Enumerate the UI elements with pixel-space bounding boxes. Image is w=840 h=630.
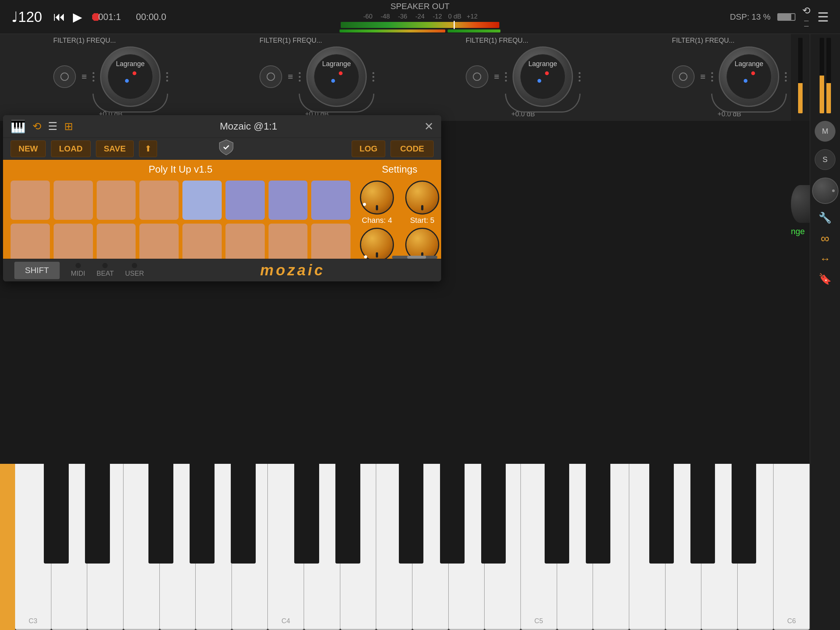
- black-key-as3[interactable]: [231, 464, 255, 564]
- loop-icon[interactable]: ⟲ ——: [802, 5, 810, 29]
- shift-button[interactable]: SHIFT: [14, 262, 60, 279]
- black-key-cs4[interactable]: [294, 464, 319, 564]
- play-button[interactable]: ▶: [73, 10, 82, 24]
- black-key-as5[interactable]: [732, 464, 756, 564]
- filter-dots-4: [711, 72, 713, 82]
- chans-label: Chans: 4: [362, 216, 392, 225]
- pad-1-7[interactable]: [268, 180, 308, 220]
- pad-2-3[interactable]: [97, 224, 136, 263]
- loop-mozaic-icon[interactable]: ⟲: [33, 120, 41, 133]
- black-key-fs5[interactable]: [649, 464, 674, 564]
- s-button[interactable]: S: [815, 149, 835, 170]
- mozaic-shield-logo: [219, 139, 234, 159]
- filter-controls-4: ≡ Lagrange: [672, 46, 787, 107]
- rewind-button[interactable]: ⏮: [53, 10, 65, 24]
- midi-dot: [76, 263, 81, 268]
- lagrange-dot-red-2: [339, 71, 343, 75]
- right-main-knob[interactable]: [812, 177, 838, 204]
- save-button[interactable]: SAVE: [96, 141, 134, 157]
- pad-1-8[interactable]: [311, 180, 351, 220]
- black-key-gs5[interactable]: [690, 464, 715, 564]
- pad-1-4[interactable]: [139, 180, 178, 220]
- dsp-label: DSP: 13 %: [730, 12, 771, 22]
- filter-dots-1: [93, 72, 95, 82]
- pad-2-7[interactable]: [268, 224, 308, 263]
- black-key-cs3[interactable]: [44, 464, 68, 564]
- filter-lines-icon-3: ≡: [494, 71, 499, 82]
- load-button[interactable]: LOAD: [51, 141, 90, 157]
- pad-1-6[interactable]: [226, 180, 265, 220]
- filter-dots-r-2: [373, 72, 374, 82]
- filter-controls-1: ≡ Lagrange: [53, 46, 168, 107]
- pad-1-1[interactable]: [11, 180, 50, 220]
- inch-knob[interactable]: [360, 228, 394, 262]
- infinity-icon[interactable]: ∞: [821, 232, 829, 245]
- lagrange-label-2: Lagrange: [322, 60, 351, 68]
- wrench-icon[interactable]: 🔧: [818, 212, 832, 224]
- black-key-cs5[interactable]: [545, 464, 569, 564]
- m-button[interactable]: M: [815, 121, 835, 142]
- filter-dots-2: [299, 72, 301, 82]
- piano-icon[interactable]: 🎹: [11, 119, 26, 134]
- new-button[interactable]: NEW: [11, 141, 46, 157]
- m-label: M: [822, 127, 828, 136]
- right-knob-dot: [832, 189, 835, 192]
- pad-1-2[interactable]: [54, 180, 93, 220]
- filter-arc-1: [93, 94, 168, 112]
- pad-2-2[interactable]: [54, 224, 93, 263]
- lagrange-label-4: Lagrange: [735, 60, 763, 68]
- list-icon[interactable]: ☰: [48, 120, 57, 133]
- mozaic-icon-bar: 🎹 ⟲ ☰ ⊞: [11, 119, 73, 134]
- piano-section: C3 C4 C5: [0, 464, 810, 630]
- chans-knob[interactable]: [360, 180, 394, 215]
- black-key-ds5[interactable]: [586, 464, 610, 564]
- meter-tick-4: -24: [411, 13, 429, 21]
- black-key-ds4[interactable]: [335, 464, 360, 564]
- start-knob[interactable]: [405, 180, 439, 215]
- code-button[interactable]: CODE: [390, 141, 434, 157]
- lagrange-dot-blue-2: [331, 79, 335, 83]
- black-key-fs3[interactable]: [148, 464, 173, 564]
- filter-unit-2: FILTER(1) FREQU... ≡ Lagrange: [259, 36, 374, 118]
- time-position: 00:00.0: [136, 12, 166, 22]
- filter-small-knob-1[interactable]: [53, 65, 76, 88]
- transport-controls: ⏮ ▶ ⏺: [53, 10, 102, 24]
- pad-1-3[interactable]: [97, 180, 136, 220]
- meter-tick-5: -12: [429, 13, 446, 21]
- pad-2-4[interactable]: [139, 224, 178, 263]
- beat-label: BEAT: [97, 270, 114, 278]
- midi-label: MIDI: [71, 270, 85, 278]
- right-sidebar: M S 🔧 ∞ ↔ 🔖: [810, 34, 840, 630]
- mozaic-close-button[interactable]: ✕: [424, 120, 434, 133]
- black-key-as4[interactable]: [481, 464, 506, 564]
- black-key-fs4[interactable]: [399, 464, 423, 564]
- chans-knob-wrap: Chans: 4: [360, 180, 394, 225]
- black-key-gs4[interactable]: [440, 464, 464, 564]
- arrow-icon[interactable]: ↔: [820, 253, 831, 265]
- black-key-gs3[interactable]: [189, 464, 214, 564]
- pad-grid-row1: [11, 180, 351, 220]
- mozaic-scrollbar-thumb: [407, 256, 426, 259]
- filter-small-knob-2[interactable]: [259, 65, 282, 88]
- black-key-ds3[interactable]: [85, 464, 109, 564]
- menu-icon[interactable]: ☰: [817, 9, 829, 25]
- log-button[interactable]: LOG: [352, 141, 385, 157]
- lagrange-dot-blue-4: [744, 79, 747, 83]
- grid-icon[interactable]: ⊞: [64, 120, 73, 133]
- white-key-c6[interactable]: C6: [774, 464, 810, 630]
- pad-2-6[interactable]: [226, 224, 265, 263]
- pad-2-8[interactable]: [311, 224, 351, 263]
- pad-2-5[interactable]: [182, 224, 222, 263]
- filter-controls-3: ≡ Lagrange: [466, 46, 581, 107]
- filter-small-knob-3[interactable]: [466, 65, 488, 88]
- bookmark-icon[interactable]: 🔖: [818, 273, 832, 285]
- mozaic-scrollbar[interactable]: [392, 256, 437, 259]
- patch-title: Poly It Up v1.5: [11, 164, 351, 175]
- filter-small-knob-4[interactable]: [672, 65, 695, 88]
- pad-1-5[interactable]: [182, 180, 222, 220]
- meter-tick-3: -36: [394, 13, 411, 21]
- piano-keys-container: C3 C4 C5: [15, 464, 810, 630]
- pad-2-1[interactable]: [11, 224, 50, 263]
- filter-lines-icon-2: ≡: [288, 71, 293, 82]
- export-button[interactable]: ⬆: [139, 141, 157, 157]
